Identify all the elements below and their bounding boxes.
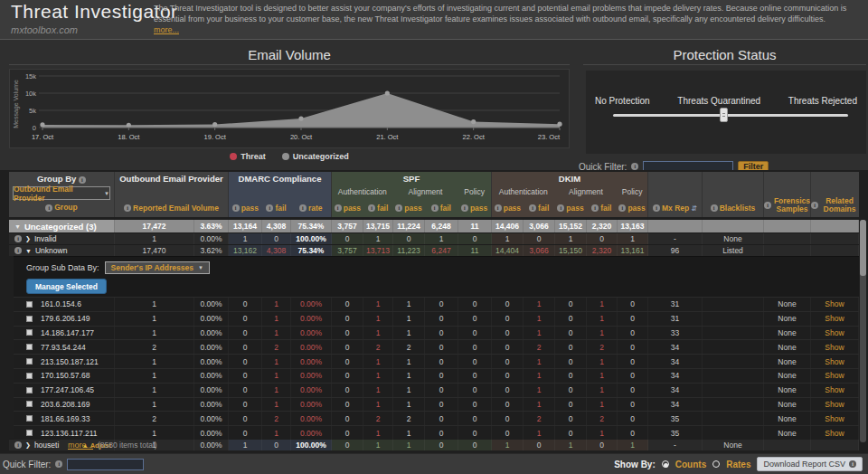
chevron-down-icon[interactable]: ▼ <box>25 248 32 254</box>
group-cell[interactable]: i▼Unknown <box>9 245 115 256</box>
header-dkim-align-pass[interactable]: ipass <box>555 199 587 217</box>
show-link[interactable]: Show <box>825 385 844 394</box>
table-row[interactable]: 177.247.106.4510.00%010.00%011000101034N… <box>14 383 859 397</box>
show-link[interactable]: Show <box>825 371 844 380</box>
group-cell[interactable]: i❯Invalid <box>9 233 115 244</box>
cell-value: 0.00% <box>300 357 322 366</box>
cell-value: None <box>778 429 796 438</box>
cell-value: 3,066 <box>529 222 548 231</box>
protection-slider-handle[interactable] <box>720 108 728 122</box>
counts-label[interactable]: Counts <box>675 460 706 469</box>
show-link[interactable]: Show <box>825 429 844 438</box>
header-spf-align-pass[interactable]: ipass <box>393 199 425 217</box>
show-link[interactable]: Show <box>825 314 844 323</box>
table-row[interactable]: i▼Unknown17,4703.62%13,1624,30875.34%3,7… <box>9 244 859 256</box>
header-spf-policy-pass[interactable]: ipass <box>458 199 491 217</box>
row-checkbox[interactable] <box>26 373 33 379</box>
cell-value: 4,308 <box>267 222 286 231</box>
cell-value: 1 <box>376 234 381 243</box>
cell-value: 1 <box>630 234 635 243</box>
scrollbar-thumb[interactable] <box>860 220 866 276</box>
table-row[interactable]: i❯Invalid10.00%10100.00%0101010101-None <box>9 232 859 244</box>
table-row[interactable]: 203.6.208.16910.00%010.00%011000101034No… <box>14 397 859 412</box>
group-cell[interactable]: ▼Uncategorized (3) <box>9 220 115 232</box>
header-dkim-policy: Policy <box>617 186 647 199</box>
table-row[interactable]: 179.6.206.14910.00%010.00%011000101031No… <box>14 311 859 326</box>
header-spf-auth-fail[interactable]: ifail <box>363 199 393 217</box>
row-checkbox[interactable] <box>26 430 33 436</box>
row-checkbox[interactable] <box>26 358 33 365</box>
chevron-down-icon[interactable]: ▼ <box>14 223 21 230</box>
info-icon: i <box>461 204 468 212</box>
header-dmarc-rate[interactable]: irate <box>290 199 331 217</box>
table-row[interactable]: 170.150.57.6810.00%010.00%011000101034No… <box>14 368 859 383</box>
show-link[interactable]: Show <box>825 357 844 366</box>
sort-icon[interactable]: ⇵ <box>691 204 697 213</box>
row-checkbox[interactable] <box>26 387 33 393</box>
counts-radio[interactable] <box>662 460 669 468</box>
row-checkbox[interactable] <box>26 329 33 336</box>
bottom-filter-input[interactable] <box>67 459 144 470</box>
svg-text:23. Oct: 23. Oct <box>538 133 561 141</box>
row-checkbox[interactable] <box>26 301 33 308</box>
row-checkbox[interactable] <box>26 344 33 350</box>
header-dmarc-fail[interactable]: ifail <box>262 199 291 217</box>
table-row[interactable]: ▼Uncategorized (3)17,4723.63%13,1644,308… <box>9 220 859 232</box>
header-volume[interactable]: iReported Email Volume <box>115 199 228 217</box>
header-mxrep-sort[interactable]: iMx Rep⇵ <box>648 199 702 217</box>
header-dmarc-pass[interactable]: ipass <box>229 199 262 217</box>
table-row[interactable]: 123.136.117.21110.00%010.00%011000101035… <box>14 425 859 440</box>
info-icon: i <box>232 204 240 212</box>
header-dkim-auth-pass[interactable]: ipass <box>492 199 524 217</box>
table-cell: 1 <box>115 398 194 412</box>
cell-value: 0 <box>473 299 477 308</box>
info-icon: i <box>14 235 22 242</box>
header-group[interactable]: iGroup <box>9 200 114 215</box>
table-cell: 0 <box>492 327 524 340</box>
subgroup-dropdown[interactable]: Sender's IP Addresses▼ <box>105 261 210 274</box>
table-row[interactable]: 77.93.54.24420.00%020.00%022000202034Non… <box>14 339 859 354</box>
header-spf-auth-pass[interactable]: ipass <box>332 199 363 217</box>
cell-value: 0.00% <box>300 314 322 323</box>
more-items-link[interactable]: more... <box>68 441 93 450</box>
table-cell: 3,757 <box>332 245 363 256</box>
show-link[interactable]: Show <box>825 414 844 423</box>
table-row[interactable]: 161.0.154.610.00%010.00%011000101031None… <box>14 297 859 311</box>
table-scrollbar[interactable] <box>860 220 866 442</box>
table-row[interactable]: 14.186.147.17710.00%010.00%011000101033N… <box>14 326 859 340</box>
table-cell: 2 <box>262 340 291 354</box>
show-link[interactable]: Show <box>825 299 844 308</box>
chevron-right-icon[interactable]: ❯ <box>25 235 31 242</box>
header-dkim-policy-pass[interactable]: ipass <box>617 199 647 217</box>
table-cell: 0.00% <box>194 312 229 326</box>
row-checkbox[interactable] <box>26 415 33 422</box>
group-by-dropdown[interactable]: Outbound Email Provider▼ <box>13 186 110 200</box>
header-dkim-auth-fail[interactable]: ifail <box>524 199 555 217</box>
cell-value: 0.00% <box>200 385 222 394</box>
table-cell: 1 <box>524 327 555 340</box>
header-spf-align-fail[interactable]: ifail <box>424 199 458 217</box>
cell-value: 0.00% <box>200 357 222 366</box>
cell-value: 2 <box>274 414 278 423</box>
cell-value: 0 <box>630 414 635 423</box>
table-cell: 0 <box>425 398 458 412</box>
table-row[interactable]: 181.66.169.3320.00%020.00%022000202035No… <box>14 411 859 425</box>
rates-radio[interactable] <box>712 460 720 468</box>
show-link[interactable]: Show <box>825 400 844 409</box>
row-checkbox[interactable] <box>26 316 33 322</box>
cell-value: 2 <box>274 343 278 352</box>
header-dkim-align-fail[interactable]: ifail <box>586 199 617 217</box>
download-csv-button[interactable]: Download Report CSVi <box>757 457 863 471</box>
svg-text:17. Oct: 17. Oct <box>32 133 54 141</box>
table-cell: 0.00% <box>194 369 229 383</box>
row-checkbox[interactable] <box>26 401 33 407</box>
table-row[interactable]: 213.150.187.12110.00%010.00%011000101034… <box>14 354 859 368</box>
rates-label[interactable]: Rates <box>726 460 750 469</box>
more-link[interactable]: more... <box>154 25 179 34</box>
protection-slider-track[interactable] <box>613 114 848 117</box>
show-link[interactable]: Show <box>825 328 844 337</box>
table-cell: 1 <box>587 312 618 326</box>
cell-value: 1 <box>152 385 156 394</box>
manage-selected-button[interactable]: Manage Selected <box>26 279 107 294</box>
show-link[interactable]: Show <box>825 343 844 352</box>
